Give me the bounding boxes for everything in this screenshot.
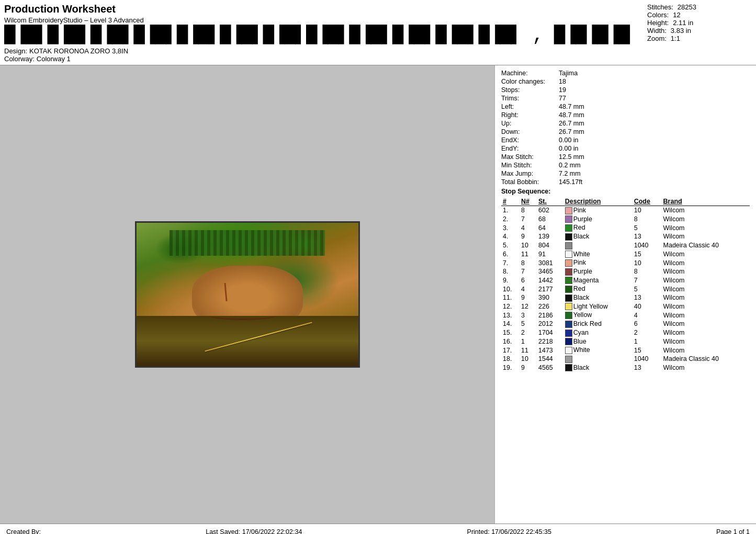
cell-code: 13 [633,293,662,302]
height-value: 2.11 in [673,19,693,27]
cell-n: 1 [520,337,537,346]
col-header-st: St. [537,197,563,206]
main-content: Machine:Tajima Color changes:18 Stops:19… [0,65,756,524]
color-swatch [565,277,572,284]
right-label: Right: [501,111,559,119]
cell-n: 7 [520,267,537,276]
cell-num: 17. [501,346,520,355]
cell-st: 1442 [537,276,563,285]
table-row: 5.108041040Madeira Classic 40 [501,241,750,250]
color-swatch [565,312,572,319]
color-swatch [565,338,572,345]
cell-st: 3081 [537,258,563,267]
color-swatch [565,347,572,354]
color-swatch [565,251,572,258]
cell-brand: Wilcom [662,346,750,355]
cell-brand: Wilcom [662,250,750,259]
cell-code: 8 [633,215,662,224]
cell-desc: Pink [563,206,633,215]
table-row: 13.32186Yellow4Wilcom [501,311,750,320]
cell-n: 9 [520,293,537,302]
cell-n: 10 [520,241,537,250]
cell-st: 2012 [537,320,563,328]
cell-brand: Wilcom [662,285,750,293]
zoom-value: 1:1 [671,35,680,42]
color-changes-value: 18 [559,78,566,85]
width-label: Width: [647,27,667,35]
cell-st: 2177 [537,285,563,293]
cell-num: 6. [501,250,520,259]
emb-bandana [170,230,325,256]
cell-st: 4565 [537,363,563,372]
cell-desc: White [563,250,633,259]
cell-num: 18. [501,355,520,363]
color-swatch [565,224,572,232]
col-header-description: Description [563,197,633,206]
header-left: Production Worksheet Wilcom EmbroiderySt… [4,3,629,63]
cell-n: 3 [520,311,537,320]
cell-n: 9 [520,363,537,372]
zoom-label: Zoom: [647,35,667,42]
stop-sequence-label: Stop Sequence: [501,188,750,195]
cell-n: 8 [520,206,537,215]
table-row: 10.42177Red5Wilcom [501,285,750,293]
table-row: 2.768Purple8Wilcom [501,215,750,224]
stitches-value: 28253 [678,3,696,11]
table-row: 12.12226Light Yellow40Wilcom [501,302,750,311]
cell-st: 68 [537,215,563,224]
design-line: Design:KOTAK RORONOA ZORO 3,8IN [4,47,629,55]
cell-code: 4 [633,311,662,320]
colorway-line: Colorway:Colorway 1 [4,55,629,63]
cell-brand: Wilcom [662,320,750,328]
cell-code: 6 [633,320,662,328]
cell-st: 1473 [537,346,563,355]
machine-value: Tajima [559,70,578,77]
cell-num: 12. [501,302,520,311]
cell-desc: Black [563,232,633,241]
cell-st: 2218 [537,337,563,346]
cell-code: 10 [633,206,662,215]
table-row: 19.94565Black13Wilcom [501,363,750,372]
cell-desc: Cyan [563,328,633,337]
preview-area [0,65,494,524]
endy-label: EndY: [501,145,559,152]
info-panel: Machine:Tajima Color changes:18 Stops:19… [494,65,756,524]
cell-code: 7 [633,276,662,285]
col-header-brand: Brand [662,197,750,206]
cell-code: 15 [633,346,662,355]
cell-num: 10. [501,285,520,293]
table-row: 9.61442Magenta7Wilcom [501,276,750,285]
color-swatch [565,215,572,223]
cell-num: 1. [501,206,520,215]
colors-value: 12 [673,11,680,19]
min-stitch-label: Min Stitch: [501,162,559,169]
cell-code: 5 [633,223,662,232]
stitches-label: Stitches: [647,3,673,11]
cell-n: 5 [520,320,537,328]
table-row: 14.52012Brick Red6Wilcom [501,320,750,328]
cell-n: 9 [520,232,537,241]
table-row: 7.83081Pink10Wilcom [501,258,750,267]
cell-n: 12 [520,302,537,311]
total-bobbin-value: 145.17ft [559,178,582,186]
cell-brand: Wilcom [662,215,750,224]
cell-num: 15. [501,328,520,337]
height-label: Height: [647,19,669,27]
cell-num: 19. [501,363,520,372]
max-jump-value: 7.2 mm [559,170,581,177]
trims-value: 77 [559,95,566,102]
app-subtitle: Wilcom EmbroideryStudio – Level 3 Advanc… [4,16,629,24]
colors-label: Colors: [647,11,669,19]
cell-st: 2186 [537,311,563,320]
cell-num: 8. [501,267,520,276]
cell-desc: Black [563,293,633,302]
color-table-body: 1.8602Pink10Wilcom2.768Purple8Wilcom3.46… [501,206,750,372]
cell-desc: Purple [563,215,633,224]
endy-value: 0.00 in [559,145,579,152]
cell-code: 1040 [633,355,662,363]
cell-brand: Wilcom [662,328,750,337]
cell-brand: Wilcom [662,232,750,241]
printed: Printed: 17/06/2022 22:45:35 [467,528,551,535]
up-label: Up: [501,120,559,127]
color-swatch [565,294,572,302]
